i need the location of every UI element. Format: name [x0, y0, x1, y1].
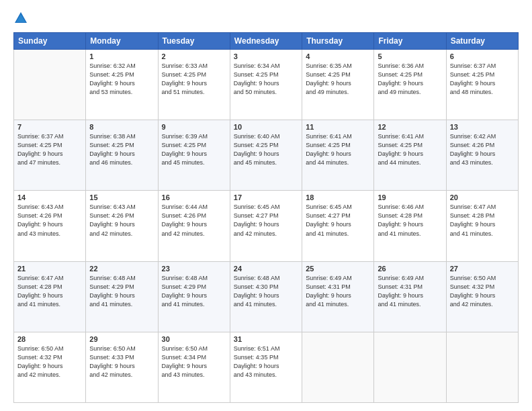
calendar-cell: 12Sunrise: 6:41 AM Sunset: 4:25 PM Dayli… [374, 120, 446, 191]
day-info: Sunrise: 6:50 AM Sunset: 4:33 PM Dayligh… [89, 345, 154, 379]
day-number: 14 [17, 193, 82, 201]
col-header-sunday: Sunday [14, 33, 86, 50]
day-info: Sunrise: 6:42 AM Sunset: 4:26 PM Dayligh… [450, 132, 515, 167]
day-number: 22 [89, 265, 154, 273]
day-number: 2 [162, 52, 226, 60]
header [13, 11, 519, 26]
calendar-cell [14, 50, 86, 120]
calendar-cell: 23Sunrise: 6:48 AM Sunset: 4:29 PM Dayli… [158, 261, 230, 332]
day-info: Sunrise: 6:35 AM Sunset: 4:25 PM Dayligh… [306, 62, 370, 97]
calendar-cell: 10Sunrise: 6:40 AM Sunset: 4:25 PM Dayli… [230, 120, 302, 191]
day-number: 12 [378, 123, 442, 131]
week-row-2: 14Sunrise: 6:43 AM Sunset: 4:26 PM Dayli… [14, 191, 519, 261]
day-number: 3 [234, 52, 298, 60]
calendar-cell: 31Sunrise: 6:51 AM Sunset: 4:35 PM Dayli… [230, 332, 302, 402]
col-header-tuesday: Tuesday [158, 33, 230, 50]
calendar-cell: 22Sunrise: 6:48 AM Sunset: 4:29 PM Dayli… [86, 261, 158, 332]
day-info: Sunrise: 6:50 AM Sunset: 4:32 PM Dayligh… [17, 345, 82, 379]
calendar-cell: 7Sunrise: 6:37 AM Sunset: 4:25 PM Daylig… [14, 120, 86, 191]
day-number: 30 [162, 335, 226, 343]
day-number: 11 [306, 123, 370, 131]
day-number: 23 [162, 265, 226, 273]
day-number: 25 [306, 265, 370, 273]
day-number: 1 [89, 52, 154, 60]
calendar-cell: 29Sunrise: 6:50 AM Sunset: 4:33 PM Dayli… [86, 332, 158, 402]
day-number: 13 [450, 123, 515, 131]
day-number: 27 [450, 265, 515, 273]
day-number: 24 [234, 265, 298, 273]
day-number: 19 [378, 193, 442, 201]
calendar-cell: 1Sunrise: 6:32 AM Sunset: 4:25 PM Daylig… [86, 50, 158, 120]
day-number: 6 [450, 52, 515, 60]
day-info: Sunrise: 6:47 AM Sunset: 4:28 PM Dayligh… [450, 203, 515, 238]
day-info: Sunrise: 6:34 AM Sunset: 4:25 PM Dayligh… [234, 62, 298, 97]
day-number: 20 [450, 193, 515, 201]
day-info: Sunrise: 6:43 AM Sunset: 4:26 PM Dayligh… [89, 203, 154, 238]
day-info: Sunrise: 6:48 AM Sunset: 4:29 PM Dayligh… [89, 274, 154, 309]
col-header-friday: Friday [374, 33, 446, 50]
calendar-cell: 13Sunrise: 6:42 AM Sunset: 4:26 PM Dayli… [446, 120, 518, 191]
calendar-cell: 25Sunrise: 6:49 AM Sunset: 4:31 PM Dayli… [302, 261, 374, 332]
day-number: 21 [17, 265, 82, 273]
header-row: SundayMondayTuesdayWednesdayThursdayFrid… [14, 33, 519, 50]
logo-icon [13, 11, 28, 26]
page: SundayMondayTuesdayWednesdayThursdayFrid… [0, 0, 532, 411]
day-info: Sunrise: 6:46 AM Sunset: 4:28 PM Dayligh… [378, 203, 442, 238]
calendar-cell: 26Sunrise: 6:49 AM Sunset: 4:31 PM Dayli… [374, 261, 446, 332]
calendar-cell: 2Sunrise: 6:33 AM Sunset: 4:25 PM Daylig… [158, 50, 230, 120]
calendar-cell: 28Sunrise: 6:50 AM Sunset: 4:32 PM Dayli… [14, 332, 86, 402]
day-info: Sunrise: 6:45 AM Sunset: 4:27 PM Dayligh… [306, 203, 370, 238]
day-number: 15 [89, 193, 154, 201]
calendar-cell: 14Sunrise: 6:43 AM Sunset: 4:26 PM Dayli… [14, 191, 86, 261]
day-info: Sunrise: 6:32 AM Sunset: 4:25 PM Dayligh… [89, 62, 154, 97]
day-info: Sunrise: 6:49 AM Sunset: 4:31 PM Dayligh… [306, 274, 370, 309]
week-row-1: 7Sunrise: 6:37 AM Sunset: 4:25 PM Daylig… [14, 120, 519, 191]
calendar-cell: 9Sunrise: 6:39 AM Sunset: 4:25 PM Daylig… [158, 120, 230, 191]
col-header-monday: Monday [86, 33, 158, 50]
day-number: 5 [378, 52, 442, 60]
calendar-cell: 21Sunrise: 6:47 AM Sunset: 4:28 PM Dayli… [14, 261, 86, 332]
calendar-cell: 27Sunrise: 6:50 AM Sunset: 4:32 PM Dayli… [446, 261, 518, 332]
day-info: Sunrise: 6:41 AM Sunset: 4:25 PM Dayligh… [378, 132, 442, 167]
calendar-cell: 11Sunrise: 6:41 AM Sunset: 4:25 PM Dayli… [302, 120, 374, 191]
logo [13, 11, 31, 26]
week-row-0: 1Sunrise: 6:32 AM Sunset: 4:25 PM Daylig… [14, 50, 519, 120]
day-number: 17 [234, 193, 298, 201]
calendar-table: SundayMondayTuesdayWednesdayThursdayFrid… [13, 32, 519, 403]
day-number: 31 [234, 335, 298, 343]
day-info: Sunrise: 6:41 AM Sunset: 4:25 PM Dayligh… [306, 132, 370, 167]
day-info: Sunrise: 6:40 AM Sunset: 4:25 PM Dayligh… [234, 132, 298, 167]
day-info: Sunrise: 6:37 AM Sunset: 4:25 PM Dayligh… [450, 62, 515, 97]
day-info: Sunrise: 6:51 AM Sunset: 4:35 PM Dayligh… [234, 345, 298, 379]
calendar-cell: 17Sunrise: 6:45 AM Sunset: 4:27 PM Dayli… [230, 191, 302, 261]
day-number: 4 [306, 52, 370, 60]
day-info: Sunrise: 6:36 AM Sunset: 4:25 PM Dayligh… [378, 62, 442, 97]
day-number: 16 [162, 193, 226, 201]
col-header-saturday: Saturday [446, 33, 518, 50]
week-row-4: 28Sunrise: 6:50 AM Sunset: 4:32 PM Dayli… [14, 332, 519, 402]
calendar-cell: 24Sunrise: 6:48 AM Sunset: 4:30 PM Dayli… [230, 261, 302, 332]
day-info: Sunrise: 6:48 AM Sunset: 4:30 PM Dayligh… [234, 274, 298, 309]
calendar-cell [374, 332, 446, 402]
calendar-cell: 15Sunrise: 6:43 AM Sunset: 4:26 PM Dayli… [86, 191, 158, 261]
day-info: Sunrise: 6:50 AM Sunset: 4:32 PM Dayligh… [450, 274, 515, 309]
day-info: Sunrise: 6:43 AM Sunset: 4:26 PM Dayligh… [17, 203, 82, 238]
day-number: 18 [306, 193, 370, 201]
col-header-wednesday: Wednesday [230, 33, 302, 50]
calendar-cell: 4Sunrise: 6:35 AM Sunset: 4:25 PM Daylig… [302, 50, 374, 120]
day-number: 28 [17, 335, 82, 343]
day-number: 29 [89, 335, 154, 343]
calendar-cell: 5Sunrise: 6:36 AM Sunset: 4:25 PM Daylig… [374, 50, 446, 120]
calendar-cell [446, 332, 518, 402]
calendar-cell: 30Sunrise: 6:50 AM Sunset: 4:34 PM Dayli… [158, 332, 230, 402]
day-info: Sunrise: 6:44 AM Sunset: 4:26 PM Dayligh… [162, 203, 226, 238]
calendar-cell: 18Sunrise: 6:45 AM Sunset: 4:27 PM Dayli… [302, 191, 374, 261]
calendar-cell: 8Sunrise: 6:38 AM Sunset: 4:25 PM Daylig… [86, 120, 158, 191]
day-number: 26 [378, 265, 442, 273]
day-info: Sunrise: 6:45 AM Sunset: 4:27 PM Dayligh… [234, 203, 298, 238]
week-row-3: 21Sunrise: 6:47 AM Sunset: 4:28 PM Dayli… [14, 261, 519, 332]
calendar-cell: 3Sunrise: 6:34 AM Sunset: 4:25 PM Daylig… [230, 50, 302, 120]
day-number: 9 [162, 123, 226, 131]
day-number: 10 [234, 123, 298, 131]
day-number: 8 [89, 123, 154, 131]
